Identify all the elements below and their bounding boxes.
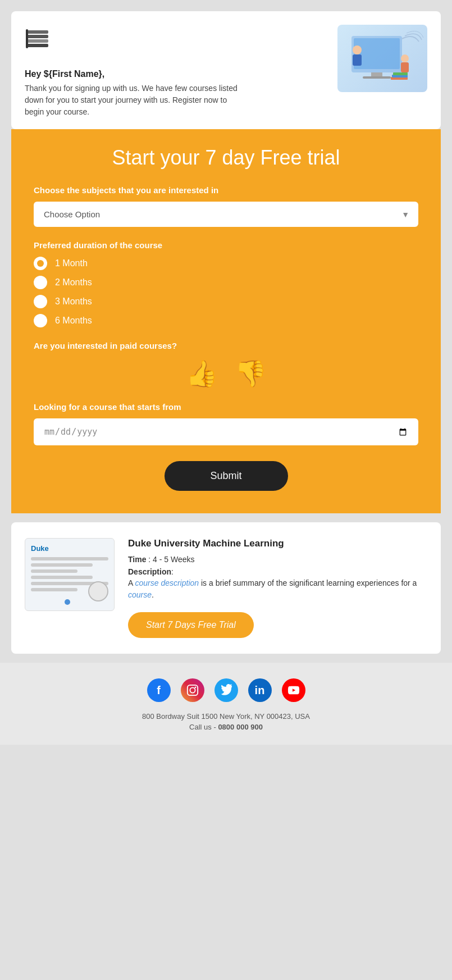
svg-point-18 <box>194 687 196 689</box>
date-input[interactable] <box>34 418 418 445</box>
svg-point-9 <box>353 45 362 54</box>
course-info: Duke University Machine Learning Time : … <box>128 538 427 638</box>
duration-label: Preferred duration of the course <box>34 240 418 250</box>
duke-logo: Duke <box>31 544 49 553</box>
trial-title: Start your 7 day Free trial <box>34 146 418 170</box>
radio-label-6months: 6 Months <box>55 316 92 326</box>
description-colon: : <box>171 567 174 576</box>
svg-rect-2 <box>27 39 48 43</box>
subject-label: Choose the subjects that you are interes… <box>34 185 418 195</box>
footer-phone: Call us - 0800 000 900 <box>0 723 452 731</box>
duration-radio-group: 1 Month 2 Months 3 Months 6 Months <box>34 257 418 327</box>
course-start-label: Looking for a course that starts from <box>34 402 418 412</box>
trial-button[interactable]: Start 7 Days Free Trial <box>128 612 254 638</box>
svg-point-11 <box>401 54 409 62</box>
thumb-badge <box>88 581 108 601</box>
radio-label-2months: 2 Months <box>55 277 92 288</box>
linkedin-icon[interactable]: in <box>248 678 272 702</box>
svg-rect-1 <box>27 35 48 38</box>
footer: f in 800 Bordway Suit 1 <box>0 663 452 745</box>
svg-rect-8 <box>363 76 391 79</box>
time-colon: : <box>148 555 153 564</box>
svg-rect-3 <box>27 44 48 47</box>
footer-address: 800 Bordway Suit 1500 New York, NY 00042… <box>0 712 452 721</box>
description-label: Description <box>128 567 171 576</box>
social-icons-row: f in <box>0 678 452 702</box>
svg-rect-4 <box>26 29 28 48</box>
phone-number: 0800 000 900 <box>218 723 263 731</box>
radio-circle-3months <box>34 295 47 308</box>
thumb-dot <box>65 599 70 605</box>
radio-label-1month: 1 Month <box>55 258 88 268</box>
logo-icon <box>25 25 238 58</box>
instagram-icon[interactable] <box>181 678 204 702</box>
paid-courses-label: Are you interested in paid courses? <box>34 341 418 350</box>
radio-label-3months: 3 Months <box>55 297 92 307</box>
thumbs-down-icon[interactable]: 👎 <box>235 358 267 389</box>
trial-btn-row: Start 7 Days Free Trial <box>128 612 427 638</box>
svg-point-17 <box>190 687 195 692</box>
thumbs-row: 👍 👎 <box>34 358 418 389</box>
header-illustration <box>337 25 427 92</box>
subject-select[interactable]: Choose Option <box>34 202 418 227</box>
greeting-bold: Hey ${First Name}, <box>25 69 238 79</box>
youtube-icon[interactable] <box>282 678 305 702</box>
svg-rect-7 <box>371 72 382 77</box>
svg-rect-12 <box>401 62 409 72</box>
course-description-section: Description: A course description is a b… <box>128 567 427 601</box>
radio-option-6months[interactable]: 6 Months <box>34 314 418 327</box>
twitter-icon[interactable] <box>214 678 238 702</box>
radio-circle-1month <box>34 257 47 270</box>
subject-select-wrapper: Choose Option ▼ <box>34 202 418 227</box>
radio-circle-2months <box>34 276 47 289</box>
svg-rect-16 <box>187 685 197 695</box>
radio-option-2months[interactable]: 2 Months <box>34 276 418 289</box>
svg-rect-10 <box>353 54 362 66</box>
time-label: Time <box>128 555 146 564</box>
course-thumbnail: Duke <box>25 538 115 611</box>
submit-button[interactable]: Submit <box>165 461 288 491</box>
svg-rect-15 <box>393 72 408 75</box>
greeting-text: Thank you for signing up with us. We hav… <box>25 83 238 118</box>
time-value: 4 - 5 Weeks <box>153 555 194 564</box>
radio-option-3months[interactable]: 3 Months <box>34 295 418 308</box>
facebook-icon[interactable]: f <box>147 678 171 702</box>
course-title: Duke University Machine Learning <box>128 538 427 549</box>
thumbs-up-icon[interactable]: 👍 <box>186 358 218 389</box>
radio-circle-6months <box>34 314 47 327</box>
radio-option-1month[interactable]: 1 Month <box>34 257 418 270</box>
svg-rect-0 <box>27 30 48 34</box>
course-time: Time : 4 - 5 Weeks <box>128 555 427 564</box>
call-prefix: Call us - <box>189 723 216 731</box>
course-description-text: A course description is a brief summary … <box>128 577 427 601</box>
